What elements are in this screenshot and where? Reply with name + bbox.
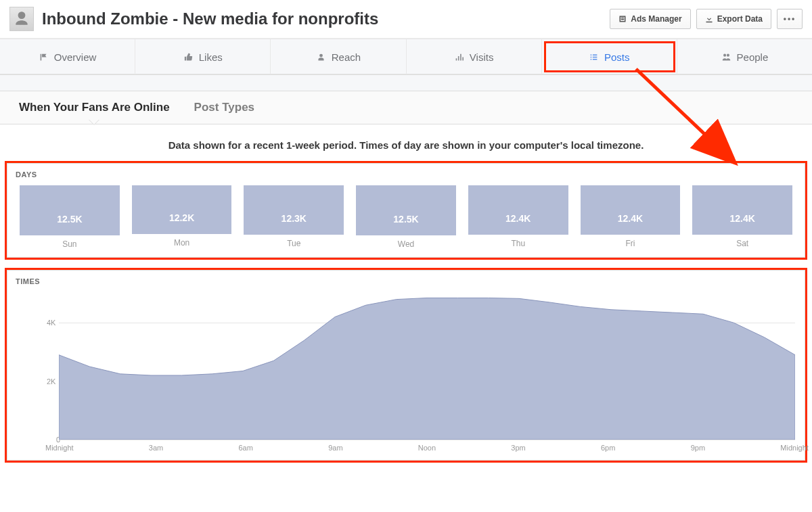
times-chart-wrap: 02K4KMidnight3am6am9amNoon3pm6pm9pmMidni… [7, 288, 805, 460]
info-line: Data shown for a recent 1-week period. T… [0, 124, 812, 163]
tab-likes-label: Likes [199, 51, 223, 63]
subtab-when-online[interactable]: When Your Fans Are Online [7, 91, 182, 124]
day-label: Mon [132, 238, 232, 248]
header-buttons: Ads Manager Export Data ••• [610, 9, 803, 29]
day-col-sat[interactable]: 12.4KSat [692, 185, 792, 249]
insights-main-tabs: Overview Likes Reach Visits Posts People [0, 39, 812, 75]
y-tick-label: 4K [47, 319, 55, 327]
page-title: Inbound Zombie - New media for nonprofit… [42, 9, 610, 28]
tab-likes[interactable]: Likes [135, 39, 271, 74]
tab-overview-label: Overview [54, 51, 97, 63]
posts-sub-tabs: When Your Fans Are Online Post Types [0, 91, 812, 124]
day-col-wed[interactable]: 12.5KWed [356, 185, 456, 249]
day-bar: 12.2K [132, 185, 232, 234]
subtab-post-types-label: Post Types [194, 101, 254, 114]
tab-visits[interactable]: Visits [407, 39, 542, 74]
thumbs-up-icon [183, 53, 194, 62]
day-col-thu[interactable]: 12.4KThu [468, 185, 568, 249]
more-button[interactable]: ••• [777, 9, 803, 29]
days-row: 12.5KSun12.2KMon12.3KTue12.5KWed12.4KThu… [7, 181, 805, 257]
ellipsis-icon: ••• [784, 14, 796, 24]
day-col-fri[interactable]: 12.4KFri [581, 185, 681, 249]
day-label: Thu [468, 239, 568, 248]
export-data-label: Export Data [717, 14, 763, 24]
download-icon [705, 15, 713, 23]
day-bar: 12.5K [20, 185, 120, 235]
tab-people[interactable]: People [677, 39, 812, 74]
ads-icon [618, 15, 627, 23]
day-bar: 12.4K [692, 185, 792, 235]
day-bar: 12.3K [244, 185, 344, 235]
day-label: Sat [692, 239, 792, 248]
x-tick-label: 9pm [691, 444, 705, 452]
day-bar: 12.5K [356, 185, 456, 235]
subtab-when-online-label: When Your Fans Are Online [19, 101, 170, 114]
x-tick-label: Midnight [780, 444, 809, 452]
times-panel-title: TIMES [7, 271, 805, 288]
x-tick-label: 6pm [601, 444, 615, 452]
tab-posts-label: Posts [604, 51, 630, 63]
subtab-post-types[interactable]: Post Types [182, 91, 267, 124]
day-col-tue[interactable]: 12.3KTue [244, 185, 344, 249]
bars-icon [454, 53, 464, 62]
days-panel-title: DAYS [7, 164, 805, 181]
people-icon [721, 53, 731, 62]
x-tick-label: 9am [328, 444, 342, 452]
tab-people-label: People [737, 51, 769, 63]
person-icon [316, 53, 326, 62]
times-chart: 02K4KMidnight3am6am9amNoon3pm6pm9pmMidni… [17, 294, 795, 452]
tab-posts[interactable]: Posts [542, 39, 677, 74]
avatar-icon [13, 10, 30, 28]
tab-reach-label: Reach [332, 51, 361, 63]
day-bar: 12.4K [468, 185, 568, 235]
ads-manager-button[interactable]: Ads Manager [610, 9, 690, 29]
spacer-bar [0, 75, 812, 91]
x-tick-label: 6am [238, 444, 252, 452]
day-col-mon[interactable]: 12.2KMon [132, 185, 232, 249]
day-label: Fri [581, 239, 681, 248]
day-label: Tue [244, 239, 344, 248]
page-header: Inbound Zombie - New media for nonprofit… [0, 0, 812, 39]
day-label: Wed [356, 239, 456, 249]
tab-reach[interactable]: Reach [271, 39, 406, 74]
times-panel: TIMES 02K4KMidnight3am6am9amNoon3pm6pm9p… [7, 270, 805, 461]
x-tick-label: 3pm [511, 444, 525, 452]
x-tick-label: 3am [149, 444, 163, 452]
ads-manager-label: Ads Manager [631, 14, 681, 24]
tab-overview[interactable]: Overview [0, 39, 135, 74]
day-col-sun[interactable]: 12.5KSun [20, 185, 120, 249]
day-label: Sun [20, 239, 120, 249]
day-bar: 12.4K [581, 185, 681, 235]
tab-visits-label: Visits [470, 51, 494, 63]
page-avatar[interactable] [9, 7, 34, 31]
flag-icon [39, 53, 49, 62]
export-data-button[interactable]: Export Data [696, 9, 771, 29]
x-tick-label: Midnight [45, 444, 74, 452]
x-tick-label: Noon [418, 444, 436, 452]
y-tick-label: 2K [47, 377, 55, 386]
list-icon [589, 53, 599, 62]
days-panel: DAYS 12.5KSun12.2KMon12.3KTue12.5KWed12.… [7, 163, 805, 258]
